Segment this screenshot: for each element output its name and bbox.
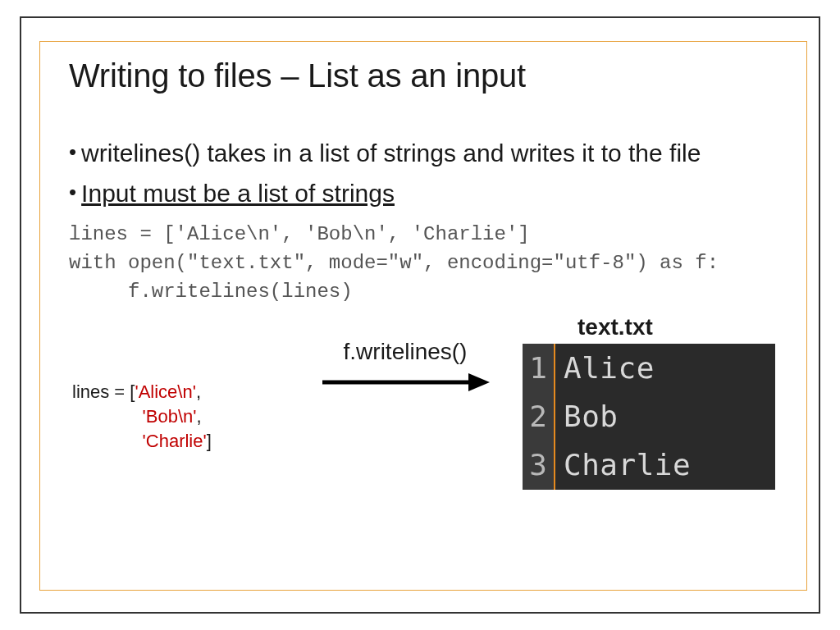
editor-gutter: 1 2 3	[523, 344, 555, 490]
arrow-label: f.writelines()	[307, 339, 504, 365]
editor-line: Bob	[564, 392, 691, 441]
bullet-dot-icon: •	[69, 177, 76, 208]
file-name-label: text.txt	[578, 314, 653, 340]
diagram: lines = ['Alice\n', 'Bob\n', 'Charlie'] …	[69, 316, 781, 504]
slide-content: Writing to files – List as an input • wr…	[69, 57, 781, 581]
arrow-group: f.writelines()	[307, 339, 504, 395]
arrow-right-icon	[319, 370, 491, 395]
slide-title: Writing to files – List as an input	[69, 57, 781, 94]
code-line: f.writelines(lines)	[69, 281, 353, 303]
list-item: 'Bob\n'	[143, 406, 197, 427]
bullet-text: Input must be a list of strings	[81, 177, 781, 209]
line-number: 2	[523, 392, 554, 441]
code-line: lines = ['Alice\n', 'Bob\n', 'Charlie']	[69, 223, 530, 245]
code-line: with open("text.txt", mode="w", encoding…	[69, 252, 719, 274]
list-item: 'Charlie'	[143, 431, 207, 451]
code-block: lines = ['Alice\n', 'Bob\n', 'Charlie'] …	[69, 221, 781, 306]
bullet-item: • writelines() takes in a list of string…	[69, 137, 781, 169]
editor-body: Alice Bob Charlie	[555, 344, 691, 490]
comma: ,	[196, 381, 201, 402]
bullet-dot-icon: •	[69, 137, 76, 168]
lines-list-illustration: lines = ['Alice\n', 'Bob\n', 'Charlie']	[72, 380, 212, 453]
bullet-item: • Input must be a list of strings	[69, 177, 781, 209]
bullet-text: writelines() takes in a list of strings …	[81, 137, 781, 169]
list-item: 'Alice\n'	[135, 381, 195, 402]
svg-marker-1	[468, 373, 490, 391]
line-number: 1	[523, 344, 554, 392]
editor-line: Charlie	[564, 441, 691, 489]
comma: ,	[196, 406, 201, 427]
line-number: 3	[523, 441, 554, 489]
text-editor-preview: 1 2 3 Alice Bob Charlie	[523, 344, 775, 490]
list-close: ]	[207, 431, 212, 451]
editor-line: Alice	[564, 344, 691, 392]
lines-prefix: lines = [	[72, 381, 135, 402]
